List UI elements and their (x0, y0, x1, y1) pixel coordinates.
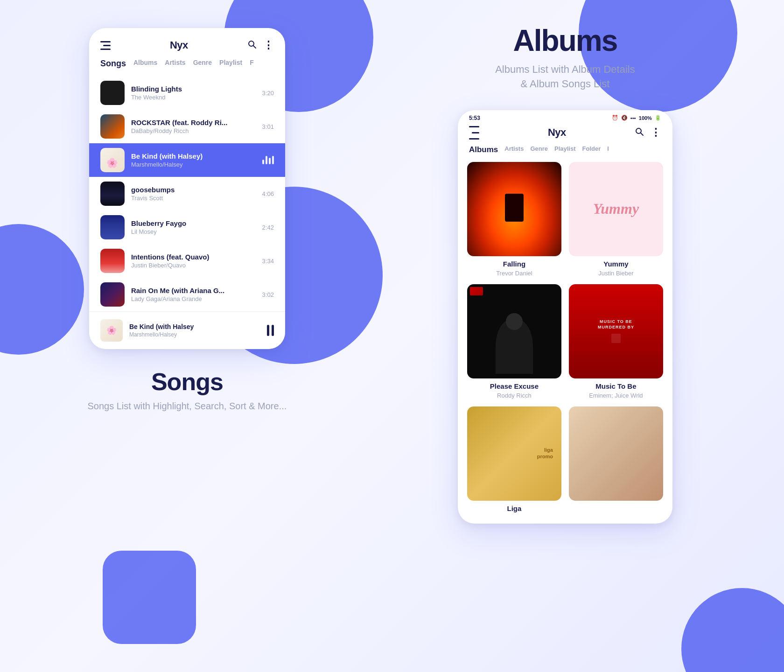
album-art-text: MUSIC TO BEMURDERED BY (598, 319, 634, 330)
song-item[interactable]: Intentions (feat. Quavo) Justin Bieber/Q… (89, 244, 285, 278)
song-info: Rain On Me (with Ariana G... Lady Gaga/A… (131, 287, 256, 302)
albums-panel: Albums Albums List with Album Details& A… (374, 19, 756, 524)
tab-artists[interactable]: Artists (165, 59, 185, 69)
songs-section-label: Songs Songs List with Highlight, Search,… (87, 368, 287, 413)
song-name: ROCKSTAR (feat. Roddy Ri... (131, 119, 256, 126)
song-art-blinding-lights (100, 81, 125, 105)
song-info: ROCKSTAR (feat. Roddy Ri... DaBaby/Roddy… (131, 119, 256, 134)
battery-icon: 🔋 (655, 115, 661, 121)
album-card-unknown[interactable] (569, 406, 663, 514)
hamburger-icon[interactable] (100, 41, 111, 50)
albums-search-icon[interactable] (635, 127, 644, 139)
song-artist: The Weeknd (131, 94, 256, 101)
album-name: Music To Be (569, 382, 663, 390)
album-card-music-to-be[interactable]: MUSIC TO BEMURDERED BY Music To Be Emine… (569, 284, 663, 399)
song-artist: DaBaby/Roddy Ricch (131, 127, 256, 134)
tab-genre-albums[interactable]: Genre (530, 145, 548, 154)
song-name: Be Kind (with Halsey) (131, 152, 256, 160)
song-item[interactable]: Blinding Lights The Weeknd 3:20 (89, 76, 285, 110)
album-card-liga[interactable]: ligapromo Liga (467, 406, 561, 514)
song-item[interactable]: Rain On Me (with Ariana G... Lady Gaga/A… (89, 278, 285, 311)
album-name: Please Excuse (467, 382, 561, 390)
tab-folder-albums[interactable]: Folder (582, 145, 601, 154)
phone-actions: ⋮ (247, 39, 274, 51)
song-name: goosebumps (131, 186, 256, 194)
song-name: Blinding Lights (131, 85, 256, 93)
album-card-please-excuse[interactable]: Please Excuse Roddy Ricch (467, 284, 561, 399)
song-item-active[interactable]: 🌸 Be Kind (with Halsey) Marshmello/Halse… (89, 143, 285, 177)
playing-indicator (262, 156, 274, 164)
tab-albums-active[interactable]: Albums (469, 145, 498, 154)
songs-nav-tabs: Songs Albums Artists Genre Playlist F (89, 59, 285, 76)
albums-phone-actions: ⋮ (635, 126, 661, 139)
song-info: Blinding Lights The Weeknd (131, 85, 256, 101)
albums-phone-mockup: 5:53 ⏰ 🔇 ▪▪▪ 100% 🔋 Nyx (458, 110, 672, 524)
song-art-rainonme (100, 282, 125, 307)
song-art-rockstar (100, 114, 125, 139)
song-item[interactable]: goosebumps Travis Scott 4:06 (89, 177, 285, 210)
song-artist: Travis Scott (131, 195, 256, 202)
album-artist: Justin Bieber (569, 270, 663, 277)
song-duration: 3:34 (262, 258, 274, 265)
hamburger-icon-albums[interactable] (469, 126, 479, 140)
album-card-yummy[interactable]: Yummy Yummy Justin Bieber (569, 162, 663, 277)
battery-status: 100% (639, 115, 652, 121)
album-artist: Roddy Ricch (467, 392, 561, 399)
liga-text: ligapromo (533, 443, 557, 463)
albums-more-icon[interactable]: ⋮ (651, 126, 661, 139)
song-art-bekind: 🌸 (100, 148, 125, 172)
alarm-icon: ⏰ (612, 115, 618, 121)
song-artist: Lil Mosey (131, 228, 256, 235)
album-name: Falling (467, 260, 561, 268)
album-cover-music-to-be: MUSIC TO BEMURDERED BY (569, 284, 663, 378)
status-time: 5:53 (469, 115, 480, 121)
song-info: Be Kind (with Halsey) Marshmello/Halsey (131, 152, 256, 168)
mini-player: 🌸 Be Kind (with Halsey Marshmello/Halsey (89, 311, 285, 349)
tab-albums[interactable]: Albums (133, 59, 157, 69)
album-name: Yummy (569, 260, 663, 268)
albums-header: Albums Albums List with Album Details& A… (495, 23, 635, 91)
app-title: Nyx (170, 39, 188, 51)
song-artist: Justin Bieber/Quavo (131, 262, 256, 269)
tab-artists-albums[interactable]: Artists (504, 145, 524, 154)
song-artist: Marshmello/Halsey (131, 161, 256, 168)
more-icon[interactable]: ⋮ (263, 39, 274, 51)
mini-player-artist: Marshmello/Halsey (129, 331, 260, 338)
svg-line-1 (253, 46, 256, 48)
search-icon[interactable] (247, 40, 257, 51)
signal-icon: ▪▪▪ (630, 115, 636, 121)
albums-nav-tabs: Albums Artists Genre Playlist Folder I (458, 145, 672, 162)
mini-player-info: Be Kind (with Halsey Marshmello/Halsey (129, 323, 260, 338)
songs-phone-mockup: Nyx ⋮ Songs Albums Artists Genre (89, 28, 285, 349)
song-list: Blinding Lights The Weeknd 3:20 ROCKSTAR… (89, 76, 285, 311)
song-name: Rain On Me (with Ariana G... (131, 287, 256, 294)
albums-phone-header: Nyx ⋮ (458, 124, 672, 145)
song-duration: 3:20 (262, 90, 274, 97)
tab-playlist[interactable]: Playlist (219, 59, 242, 69)
song-item[interactable]: Blueberry Faygo Lil Mosey 2:42 (89, 210, 285, 244)
song-item[interactable]: ROCKSTAR (feat. Roddy Ri... DaBaby/Roddy… (89, 110, 285, 143)
status-icons: ⏰ 🔇 ▪▪▪ 100% 🔋 (612, 115, 661, 121)
song-info: Blueberry Faygo Lil Mosey (131, 219, 256, 235)
album-card-falling[interactable]: Falling Trevor Daniel (467, 162, 561, 277)
tab-genre[interactable]: Genre (193, 59, 212, 69)
tab-more-albums[interactable]: I (607, 145, 609, 154)
album-cover-please-excuse (467, 284, 561, 378)
album-cover-liga: ligapromo (467, 406, 561, 501)
tab-more[interactable]: F (250, 59, 254, 69)
tab-playlist-albums[interactable]: Playlist (554, 145, 576, 154)
albums-app-title: Nyx (548, 126, 566, 139)
pause-button[interactable] (267, 325, 274, 336)
mini-player-art: 🌸 (100, 319, 123, 342)
album-grid: Falling Trevor Daniel Yummy Yummy Justin… (458, 162, 672, 524)
status-bar: 5:53 ⏰ 🔇 ▪▪▪ 100% 🔋 (458, 110, 672, 124)
mini-player-name: Be Kind (with Halsey (129, 323, 260, 330)
album-artist: Trevor Daniel (467, 270, 561, 277)
albums-subtitle: Albums List with Album Details& Album So… (495, 63, 635, 91)
song-duration: 2:42 (262, 224, 274, 231)
tab-songs[interactable]: Songs (100, 59, 126, 69)
song-duration: 3:02 (262, 291, 274, 298)
album-cover-yummy: Yummy (569, 162, 663, 256)
album-artist: Eminem; Juice Wrld (569, 392, 663, 399)
album-name: Liga (467, 504, 561, 512)
